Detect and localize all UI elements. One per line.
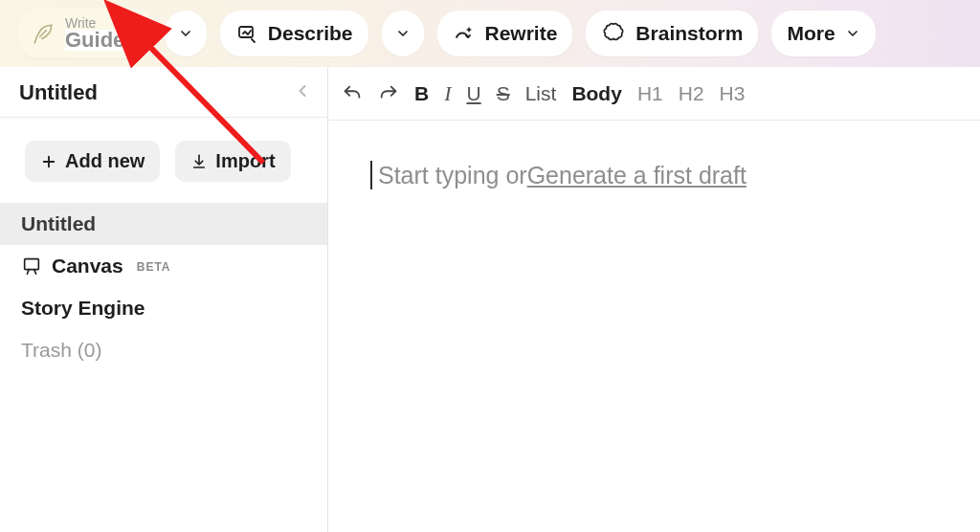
rewrite-icon xyxy=(453,22,476,45)
beta-badge: BETA xyxy=(137,260,171,274)
sidebar-item-trash[interactable]: Trash (0) xyxy=(0,329,327,371)
sidebar-header: Untitled xyxy=(0,67,327,118)
ai-actions-toolbar: Write Guided Describe Rewrite Brainstorm… xyxy=(0,0,980,67)
undo-icon xyxy=(342,83,363,104)
h1-button[interactable]: H1 xyxy=(637,82,663,105)
formatting-toolbar: B I U S List Body H1 H2 H3 xyxy=(328,67,980,121)
import-button[interactable]: Import xyxy=(175,141,290,182)
sidebar: Untitled Add new Import Untitled Canvas xyxy=(0,67,328,532)
describe-button[interactable]: Describe xyxy=(220,11,368,56)
body-style-button[interactable]: Body xyxy=(571,82,622,105)
sidebar-actions: Add new Import xyxy=(0,118,327,203)
main-area: Untitled Add new Import Untitled Canvas xyxy=(0,67,980,532)
describe-icon xyxy=(235,22,258,45)
sidebar-item-label: Untitled xyxy=(21,212,96,235)
sidebar-list: Untitled Canvas BETA Story Engine Trash … xyxy=(0,203,327,371)
h2-button[interactable]: H2 xyxy=(679,82,704,105)
more-label: More xyxy=(787,22,835,45)
project-title: Untitled xyxy=(19,80,98,105)
download-icon xyxy=(190,153,208,170)
sidebar-item-label: Story Engine xyxy=(21,297,145,320)
editor-placeholder: Start typing or Generate a first draft xyxy=(370,161,938,189)
sidebar-item-label: Trash (0) xyxy=(21,339,101,362)
list-button[interactable]: List xyxy=(525,82,557,105)
italic-button[interactable]: I xyxy=(444,81,451,106)
chevron-down-icon xyxy=(178,26,193,41)
brainstorm-icon xyxy=(601,21,626,46)
more-button[interactable]: More xyxy=(771,11,875,56)
plus-icon xyxy=(40,153,57,170)
import-label: Import xyxy=(215,150,275,172)
write-guided-button[interactable]: Write Guided xyxy=(17,9,155,58)
chevron-down-icon xyxy=(395,26,411,41)
write-guided-label: Write Guided xyxy=(65,16,138,51)
chevron-left-icon xyxy=(293,81,312,100)
strikethrough-button[interactable]: S xyxy=(497,82,510,105)
describe-dropdown-button[interactable] xyxy=(382,11,424,56)
rewrite-button[interactable]: Rewrite xyxy=(437,11,573,56)
bold-button[interactable]: B xyxy=(414,82,429,105)
collapse-sidebar-button[interactable] xyxy=(293,81,312,104)
redo-button[interactable] xyxy=(378,83,399,104)
document-body[interactable]: Start typing or Generate a first draft xyxy=(328,121,980,532)
h3-button[interactable]: H3 xyxy=(720,82,746,105)
svg-rect-3 xyxy=(25,259,39,270)
editor-pane: B I U S List Body H1 H2 H3 Start typing … xyxy=(328,67,980,532)
sidebar-item-untitled[interactable]: Untitled xyxy=(0,203,327,245)
brainstorm-label: Brainstorm xyxy=(635,22,743,45)
placeholder-prefix: Start typing or xyxy=(378,162,527,189)
sidebar-item-story-engine[interactable]: Story Engine xyxy=(0,287,327,329)
text-cursor xyxy=(370,161,372,189)
rewrite-label: Rewrite xyxy=(485,22,558,45)
undo-button[interactable] xyxy=(342,83,363,104)
sidebar-item-label: Canvas xyxy=(52,255,123,277)
write-dropdown-button[interactable] xyxy=(165,11,207,56)
brainstorm-button[interactable]: Brainstorm xyxy=(586,11,758,56)
redo-icon xyxy=(378,83,399,104)
add-new-button[interactable]: Add new xyxy=(25,141,160,182)
sidebar-item-canvas[interactable]: Canvas BETA xyxy=(0,245,327,287)
underline-button[interactable]: U xyxy=(467,82,481,105)
add-new-label: Add new xyxy=(65,150,145,172)
canvas-icon xyxy=(21,255,42,277)
describe-label: Describe xyxy=(268,22,353,45)
feather-icon xyxy=(31,21,56,46)
chevron-down-icon xyxy=(845,26,860,41)
generate-first-draft-link[interactable]: Generate a first draft xyxy=(527,162,746,189)
